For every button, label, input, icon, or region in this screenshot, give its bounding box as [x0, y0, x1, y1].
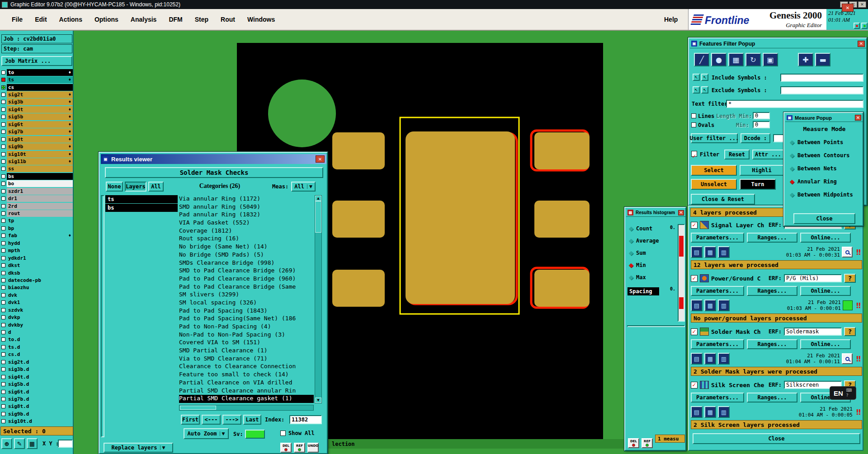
close-button[interactable]: ✕ [858, 1, 866, 8]
layer-row[interactable]: sig4t.d [0, 373, 73, 380]
rotate-icon[interactable]: ↻ [745, 53, 761, 66]
layer-name-band[interactable]: sig11b♦ [7, 158, 73, 165]
nav-next-button[interactable]: ---> [222, 415, 241, 425]
layer-row[interactable]: cs.d [0, 351, 73, 358]
index-input[interactable]: 11382 [289, 415, 322, 424]
layer-row[interactable]: rout [0, 210, 73, 217]
layer-name-band[interactable]: ts.d [7, 344, 73, 351]
layer-row[interactable]: ts♦ [0, 76, 73, 83]
layer-visibility-checkbox[interactable] [1, 145, 5, 149]
histogram-stat-option[interactable]: ◆ Max [629, 271, 659, 283]
layer-visibility-checkbox[interactable] [1, 189, 5, 193]
category-item[interactable]: Clearance to Clearance Connection [179, 363, 314, 371]
results-graph-icon[interactable]: ▥ [718, 406, 730, 418]
measure-mode-option[interactable]: ◆ Annular Ring [790, 175, 853, 188]
layer-visibility-checkbox[interactable] [1, 293, 5, 297]
layers-list-scrollbar[interactable] [101, 195, 104, 437]
layer-visibility-checkbox[interactable] [1, 263, 5, 267]
category-item[interactable]: Feature too small to check (14) [179, 371, 314, 379]
layer-visibility-checkbox[interactable] [1, 286, 5, 290]
measure-mode-option[interactable]: ◆ Between Nets [790, 162, 853, 175]
mini-action-button[interactable]: REF [294, 443, 305, 453]
xy-input[interactable] [58, 440, 73, 448]
layer-row[interactable]: sig7b♦ [0, 128, 73, 136]
layer-name-band[interactable]: sig6t♦ [7, 121, 73, 128]
layer-name-band[interactable]: sig2t♦ [7, 91, 73, 98]
mini-action-button[interactable]: UNDO [307, 443, 319, 453]
layer-visibility-checkbox[interactable] [1, 271, 5, 275]
layer-name-band[interactable]: 2rd [7, 203, 73, 210]
layer-visibility-checkbox[interactable] [1, 211, 5, 215]
layer-row[interactable]: d [0, 328, 73, 336]
layer-row[interactable]: sig5b.d [0, 380, 73, 388]
include-symbols-input[interactable] [780, 74, 863, 82]
layer-name-band[interactable]: dksb [7, 270, 73, 276]
layer-row[interactable]: to.d [0, 336, 73, 343]
layer-name-band[interactable]: dr1 [7, 195, 73, 202]
mini-action-button[interactable]: REF [642, 438, 653, 448]
layer-name-band[interactable]: ts♦ [7, 76, 73, 83]
check-enabled-checkbox[interactable]: ✓ [691, 382, 698, 388]
results-table-icon[interactable]: ▤ [691, 353, 703, 365]
layer-row[interactable]: sig7b.d [0, 395, 73, 403]
symbol-pick-icon[interactable]: ↖ [701, 86, 708, 94]
features-filter-titlebar[interactable]: ▣ Features Filter Popup ✕ [690, 39, 866, 48]
meas-dropdown[interactable]: All ▼ [291, 182, 316, 192]
layer-name-band[interactable]: d [7, 329, 73, 336]
layer-row[interactable]: sig6t.d [0, 388, 73, 395]
results-viewer-titlebar[interactable]: ▣ Results viewer ✕ [101, 154, 326, 164]
filter-checkbox[interactable]: ✓ [691, 151, 697, 157]
histogram-close-button[interactable]: ✕ [678, 210, 684, 215]
layer-visibility-checkbox[interactable] [1, 152, 5, 156]
layer-row[interactable]: sig5b♦ [0, 113, 73, 121]
ovals-checkbox[interactable] [691, 122, 696, 127]
results-graph-icon[interactable]: ▥ [718, 353, 730, 365]
category-item[interactable]: SM local spacing (326) [179, 299, 314, 307]
layer-name-band[interactable]: to.d [7, 336, 73, 343]
layer-name-band[interactable]: dvk1 [7, 299, 73, 306]
draw-surface-icon[interactable]: ▦ [728, 53, 744, 66]
layer-row[interactable]: sig2t.d [0, 358, 73, 365]
layer-visibility-checkbox[interactable] [1, 375, 5, 379]
layer-name-band[interactable]: biaozhu [7, 284, 73, 291]
layer-name-band[interactable]: sig3b.d [7, 366, 73, 373]
layer-visibility-checkbox[interactable] [1, 404, 5, 408]
layer-row[interactable]: dvkp [0, 314, 73, 321]
layer-visibility-checkbox[interactable] [1, 308, 5, 312]
category-item[interactable]: Coverage (1812) [179, 227, 314, 235]
menu-item[interactable]: Rout [221, 16, 235, 23]
layer-row[interactable]: dksb [0, 269, 73, 276]
results-map-icon[interactable]: ▦ [704, 246, 716, 258]
layer-name-band[interactable]: sig10t♦ [7, 151, 73, 158]
scroll-down-icon[interactable]: ▼ [315, 398, 321, 403]
reset-button[interactable]: Reset [724, 150, 750, 159]
category-item[interactable]: Pad to Pad Clearance Bridge (Same [179, 283, 314, 291]
window-titlebar[interactable]: Graphic Editor 9.07b2 (00@HY-HYCAM-PC185… [0, 0, 868, 9]
layer-visibility-checkbox[interactable] [1, 345, 5, 349]
measure-mode-option[interactable]: ◆ Between Contours [790, 149, 853, 162]
sv-color-button[interactable] [245, 430, 265, 439]
histogram-titlebar[interactable]: ▨ Results histogram ✕ [626, 209, 685, 217]
layer-row[interactable]: cs [0, 84, 73, 91]
layer-name-band[interactable]: szdvk [7, 307, 73, 314]
layer-visibility-checkbox[interactable] [1, 100, 5, 104]
layer-name-band[interactable]: sig4t.d [7, 374, 73, 380]
layer-row[interactable]: dkst [0, 262, 73, 269]
layer-visibility-checkbox[interactable] [1, 397, 5, 401]
lines-checkbox[interactable] [691, 113, 696, 118]
parameters-button[interactable]: Parameters... [691, 393, 744, 403]
layer-visibility-checkbox[interactable] [1, 182, 5, 186]
layer-name-band[interactable]: cs [7, 84, 73, 91]
layer-name-band[interactable]: fab♦ [7, 232, 73, 239]
measure-mode-option[interactable]: ◆ Between Points [790, 136, 853, 149]
dcode-button[interactable]: Dcode : [741, 133, 770, 143]
layer-visibility-checkbox[interactable] [1, 412, 5, 416]
results-table-icon[interactable]: ▤ [691, 406, 703, 418]
category-item[interactable]: SMD Partial Clearance (1) [179, 347, 314, 355]
filter-layers-button[interactable]: Layers [125, 182, 146, 192]
layer-name-band[interactable]: sig9b♦ [7, 143, 73, 150]
filter-none-button[interactable]: None [106, 182, 123, 192]
zoom-in-icon[interactable]: ✚ [798, 53, 813, 66]
layer-visibility-checkbox[interactable] [1, 219, 5, 223]
online-button[interactable]: Online... [800, 286, 851, 296]
